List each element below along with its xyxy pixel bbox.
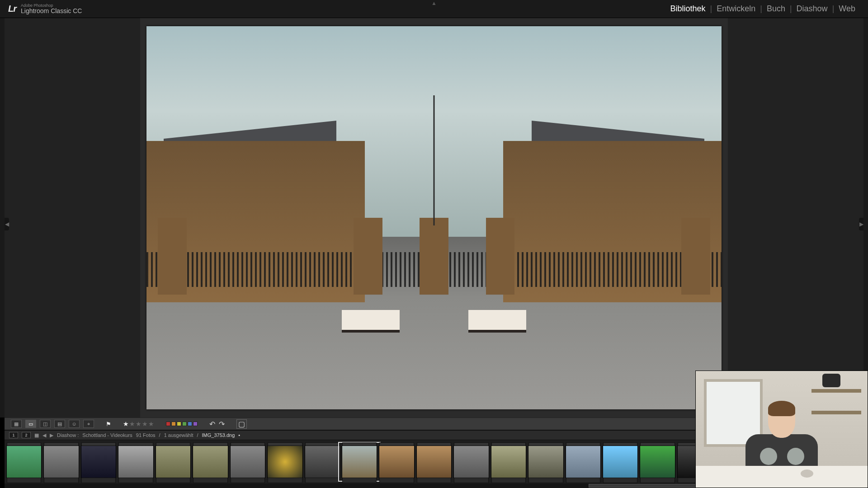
rotate-right-button[interactable]: ↷ [219,420,225,428]
view-loupe-button[interactable]: ▭ [25,420,36,428]
thumb-badge-icon [148,479,152,482]
star-1[interactable]: ★ [123,420,129,427]
slideshow-button[interactable]: ▢ [236,419,247,429]
expand-left-panel[interactable]: ◀ [5,218,9,230]
color-label-5[interactable] [193,422,198,426]
expand-right-panel[interactable]: ▶ [859,218,863,230]
webcam-overlay [695,371,868,488]
rotate-left-button[interactable]: ↶ [209,420,215,428]
view-survey-button[interactable]: ▤ [54,420,65,428]
color-label-2[interactable] [177,422,181,426]
modified-indicator: • [238,432,240,438]
loupe-stage[interactable] [140,18,728,418]
thumb-badge-icon [632,479,636,482]
thumb-badge-icon [260,479,264,482]
thumb-badge-icon [36,479,40,482]
main-photo[interactable] [146,26,722,409]
app-logo: Lr [8,4,16,14]
star-3[interactable]: ★ [136,420,142,427]
work-area: ◀ ▶ [0,18,868,418]
separator: / [159,432,160,438]
thumb-badge-icon [670,479,674,482]
thumbnail[interactable] [379,446,414,478]
selected-count: 1 ausgewählt [164,432,193,438]
thumb-badge-icon [111,479,114,482]
thumb-badge-icon [558,479,562,482]
thumbnail[interactable] [453,446,489,478]
thumb-badge-icon [409,479,413,482]
thumbnail[interactable] [566,446,601,478]
thumb-badge-icon [185,479,189,482]
thumb-badge-icon [595,479,599,482]
view-compare-button[interactable]: ◫ [40,420,51,428]
thumbnail[interactable] [603,446,638,478]
thumbnail[interactable] [118,446,153,478]
module-web[interactable]: Web [834,4,860,14]
color-label-1[interactable] [171,422,176,426]
thumbnail[interactable] [230,446,265,478]
thumbnail[interactable] [342,446,377,478]
thumb-badge-icon [521,479,524,482]
brand-product: Lightroom Classic CC [21,8,82,14]
thumb-badge-icon [74,479,77,482]
thumb-badge-icon [446,479,450,482]
module-buch[interactable]: Buch [762,4,790,14]
star-2[interactable]: ★ [129,420,135,427]
color-label-swatches[interactable] [166,422,198,426]
view-grid-button[interactable]: ▦ [11,420,22,428]
separator: / [197,432,198,438]
thumbnail[interactable] [193,446,228,478]
color-label-0[interactable] [166,422,170,426]
photo-count: 91 Fotos [136,432,156,438]
thumbnail[interactable] [491,446,526,478]
thumb-badge-icon [484,479,487,482]
thumbnail[interactable] [43,446,79,478]
thumb-badge-icon [372,479,375,482]
module-picker: Bibliothek|Entwickeln|Buch|Diashow|Web [665,4,860,14]
app-header: ▲ Lr Adobe Photoshop Lightroom Classic C… [0,0,868,18]
color-label-4[interactable] [188,422,192,426]
current-filename: IMG_3753.dng [202,432,235,438]
collapse-top-arrow[interactable]: ▲ [431,0,437,6]
filmstrip-nav-back[interactable]: ◀ [42,432,46,438]
thumb-badge-icon [335,479,338,482]
brand-block: Lr Adobe Photoshop Lightroom Classic CC [8,4,82,14]
star-4[interactable]: ★ [142,420,148,427]
thumbnail[interactable] [305,446,340,478]
module-bibliothek[interactable]: Bibliothek [665,4,710,14]
flag-pick-icon[interactable]: ⚑ [106,421,111,427]
view-people-button[interactable]: ☺ [69,420,80,428]
star-5[interactable]: ★ [148,420,154,427]
thumb-badge-icon [223,479,226,482]
secondary-display-button[interactable]: 2 [22,432,31,438]
thumb-badge-icon [297,479,301,482]
collection-name[interactable]: Schottland - Videokurs [82,432,132,438]
rating-stars[interactable]: ★★★★★ [123,420,154,427]
source-prefix: Diashow : [57,432,79,438]
color-label-3[interactable] [182,422,187,426]
thumbnail[interactable] [416,446,452,478]
view-map-button[interactable]: ⌖ [83,420,94,428]
right-panel-collapsed [728,18,863,418]
primary-display-button[interactable]: 1 [9,432,18,438]
thumbnail[interactable] [528,446,563,478]
filmstrip-grid-icon[interactable]: ▦ [34,432,39,438]
left-panel-collapsed [5,18,140,418]
thumbnail[interactable] [640,446,675,478]
thumbnail[interactable] [6,446,42,478]
thumbnail[interactable] [81,446,116,478]
module-diashow[interactable]: Diashow [792,4,832,14]
filmstrip-nav-fwd[interactable]: ▶ [50,432,53,438]
thumbnail[interactable] [156,446,191,478]
thumbnail[interactable] [267,446,302,478]
module-entwickeln[interactable]: Entwickeln [712,4,760,14]
